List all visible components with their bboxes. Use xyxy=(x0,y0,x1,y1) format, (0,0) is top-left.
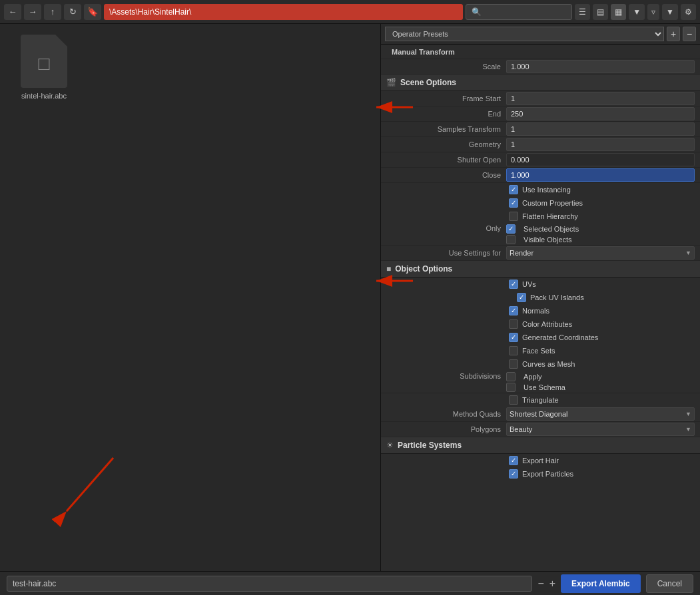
custom-properties-label: Custom Properties xyxy=(522,199,583,207)
particle-systems-icon: ☀ xyxy=(386,441,394,450)
subdivisions-row: Subdivisions Apply Use Schema xyxy=(381,371,700,393)
apply-checkbox[interactable] xyxy=(506,372,516,381)
polygons-dropdown[interactable]: Beauty ▼ xyxy=(506,423,695,436)
pack-uv-islands-label: Pack UV Islands xyxy=(530,294,584,301)
topbar: ← → ↑ ↻ 🔖 ☰ ▤ ▦ ▼ ▿ ▼ ⚙ xyxy=(0,0,700,24)
normals-label: Normals xyxy=(522,307,549,315)
bookmark-button[interactable]: 🔖 xyxy=(84,4,101,20)
file-icon-glyph: □ xyxy=(39,53,50,75)
pack-uv-islands-checkbox[interactable] xyxy=(517,293,526,302)
scene-options-header: 🎬 Scene Options xyxy=(381,75,700,91)
settings-button[interactable]: ⚙ xyxy=(681,4,696,20)
filter-options-button[interactable]: ▼ xyxy=(662,4,678,20)
forward-button[interactable]: → xyxy=(24,4,41,20)
scale-label: Scale xyxy=(386,63,506,71)
curves-as-mesh-row: Curves as Mesh xyxy=(381,357,700,371)
minus-button[interactable]: − xyxy=(537,578,543,590)
export-alembic-button[interactable]: Export Alembic xyxy=(561,574,641,593)
color-attributes-checkbox[interactable] xyxy=(509,319,518,329)
export-hair-label: Export Hair xyxy=(522,457,559,465)
operator-presets-select[interactable]: Operator Presets xyxy=(385,27,664,41)
apply-label: Apply xyxy=(524,373,542,381)
view-list-button[interactable]: ☰ xyxy=(575,4,590,20)
scale-value[interactable]: 1.000 xyxy=(506,60,695,73)
method-quads-row: Method Quads Shortest Diagonal ▼ xyxy=(381,407,700,422)
use-instancing-label: Use Instancing xyxy=(522,186,571,194)
normals-checkbox[interactable] xyxy=(509,306,518,315)
close-value[interactable]: 1.000 xyxy=(506,168,695,182)
preset-add-button[interactable]: + xyxy=(667,27,680,41)
triangulate-row: Triangulate xyxy=(381,393,700,407)
end-row: End 250 xyxy=(381,106,700,122)
curves-as-mesh-label: Curves as Mesh xyxy=(522,360,575,368)
search-input[interactable] xyxy=(466,4,572,20)
particle-systems-title: Particle Systems xyxy=(398,441,462,450)
export-hair-checkbox[interactable] xyxy=(509,456,518,465)
export-particles-checkbox[interactable] xyxy=(509,469,518,479)
face-sets-checkbox[interactable] xyxy=(509,346,518,355)
method-quads-dropdown[interactable]: Shortest Diagonal ▼ xyxy=(506,407,695,421)
manual-transform-row: Manual Transform xyxy=(381,45,700,59)
flatten-hierarchy-checkbox[interactable] xyxy=(509,212,518,221)
custom-properties-checkbox[interactable] xyxy=(509,198,518,208)
face-sets-row: Face Sets xyxy=(381,344,700,357)
path-input[interactable] xyxy=(104,4,463,20)
main-area: □ sintel-hair.abc xyxy=(0,24,700,571)
up-button[interactable]: ↑ xyxy=(44,4,61,20)
geometry-row: Geometry 1 xyxy=(381,137,700,152)
generated-coordinates-label: Generated Coordinates xyxy=(522,333,598,341)
uvs-label: UVs xyxy=(522,280,536,288)
scale-row: Scale 1.000 xyxy=(381,59,700,75)
samples-transform-value[interactable]: 1 xyxy=(506,122,695,136)
filter-button[interactable]: ▿ xyxy=(647,4,659,20)
scene-options-icon: 🎬 xyxy=(386,78,396,87)
frame-start-value[interactable]: 1 xyxy=(506,92,695,105)
uvs-row: UVs xyxy=(381,278,700,291)
filename-input[interactable] xyxy=(7,576,532,592)
subdivisions-label: Subdivisions xyxy=(386,372,506,380)
object-options-header: ■ Object Options xyxy=(381,261,700,278)
visible-objects-checkbox[interactable] xyxy=(506,235,516,244)
face-sets-label: Face Sets xyxy=(522,347,555,355)
close-row: Close 1.000 xyxy=(381,168,700,183)
generated-coordinates-row: Generated Coordinates xyxy=(381,331,700,344)
view-grid-button[interactable]: ▦ xyxy=(611,4,626,20)
normals-row: Normals xyxy=(381,304,700,317)
back-button[interactable]: ← xyxy=(4,4,21,20)
selected-objects-label: Selected Objects xyxy=(524,225,579,233)
shutter-open-row: Shutter Open 0.000 xyxy=(381,152,700,168)
bottom-left-arrow xyxy=(53,451,133,531)
export-particles-row: Export Particles xyxy=(381,467,700,481)
cancel-button[interactable]: Cancel xyxy=(646,574,693,593)
object-options-icon: ■ xyxy=(386,264,391,274)
flatten-hierarchy-label: Flatten Hierarchy xyxy=(522,212,578,220)
use-settings-for-dropdown[interactable]: Render ▼ xyxy=(506,246,695,260)
frame-start-row: Frame Start 1 xyxy=(381,91,700,106)
shutter-open-value[interactable]: 0.000 xyxy=(506,153,695,166)
samples-transform-label: Samples Transform xyxy=(386,125,506,133)
use-instancing-checkbox[interactable] xyxy=(509,185,518,194)
only-label: Only xyxy=(386,224,506,232)
view-grid-small-button[interactable]: ▤ xyxy=(593,4,608,20)
only-row: Only Selected Objects Visible Objects xyxy=(381,223,700,246)
operator-presets-row: Operator Presets + − xyxy=(381,24,700,45)
use-schema-checkbox[interactable] xyxy=(506,383,516,392)
generated-coordinates-checkbox[interactable] xyxy=(509,333,518,342)
curves-as-mesh-checkbox[interactable] xyxy=(509,359,518,369)
refresh-button[interactable]: ↻ xyxy=(64,4,81,20)
end-value[interactable]: 250 xyxy=(506,107,695,120)
end-label: End xyxy=(386,110,506,118)
uvs-checkbox[interactable] xyxy=(509,280,518,289)
svg-line-5 xyxy=(67,458,113,511)
particle-systems-header: ☀ Particle Systems xyxy=(381,437,700,454)
triangulate-checkbox[interactable] xyxy=(509,395,518,405)
shutter-open-label: Shutter Open xyxy=(386,156,506,164)
file-item-sintel[interactable]: □ sintel-hair.abc xyxy=(11,35,77,100)
plus-button[interactable]: + xyxy=(549,578,555,590)
view-options-button[interactable]: ▼ xyxy=(629,4,645,20)
object-options-title: Object Options xyxy=(395,264,452,274)
preset-remove-button[interactable]: − xyxy=(683,27,696,41)
use-settings-dropdown-arrow: ▼ xyxy=(685,250,691,256)
geometry-value[interactable]: 1 xyxy=(506,138,695,151)
selected-objects-checkbox[interactable] xyxy=(506,224,516,234)
